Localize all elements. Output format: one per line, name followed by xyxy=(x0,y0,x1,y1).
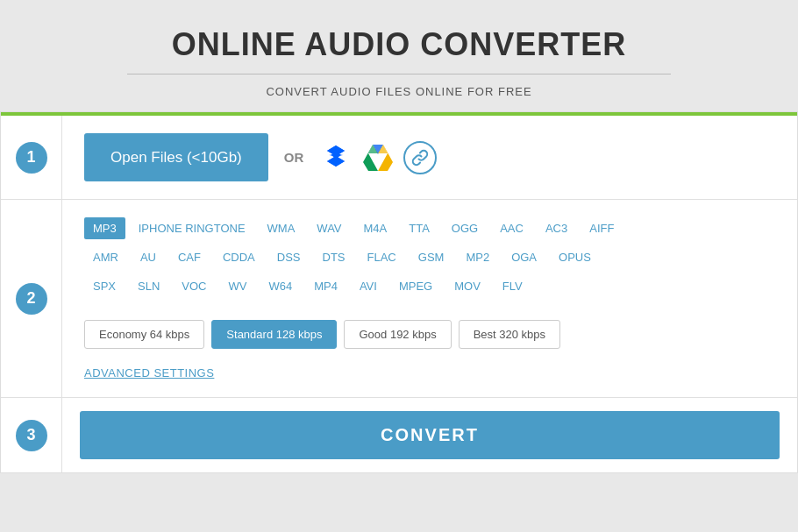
format-caf[interactable]: CAF xyxy=(169,246,210,268)
format-tta[interactable]: TTA xyxy=(400,217,438,239)
step2-circle: 2 xyxy=(16,283,47,315)
convert-button[interactable]: CONVERT xyxy=(80,411,780,459)
quality-economy[interactable]: Economy 64 kbps xyxy=(84,320,204,349)
main-container: 1 Open Files (<10Gb) OR ✦ xyxy=(0,111,798,473)
format-aac[interactable]: AAC xyxy=(491,217,532,239)
quality-options: Economy 64 kbps Standard 128 kbps Good 1… xyxy=(84,320,560,349)
step3-content: CONVERT xyxy=(62,398,797,472)
format-wav[interactable]: WAV xyxy=(308,217,350,239)
format-spx[interactable]: SPX xyxy=(84,275,125,297)
step2-number-container: 2 xyxy=(1,200,62,397)
format-mp2[interactable]: MP2 xyxy=(457,246,498,268)
format-flac[interactable]: FLAC xyxy=(359,246,405,268)
format-dts[interactable]: DTS xyxy=(314,246,354,268)
step1-number-container: 1 xyxy=(1,116,62,199)
step2-row: 2 MP3 IPHONE RINGTONE WMA WAV M4A TTA OG… xyxy=(1,200,797,398)
header-subtitle: CONVERT AUDIO FILES ONLINE FOR FREE xyxy=(18,85,780,98)
url-link-icon[interactable] xyxy=(403,141,437,174)
format-wv[interactable]: WV xyxy=(219,275,255,297)
format-m4a[interactable]: M4A xyxy=(355,217,396,239)
format-mp3[interactable]: MP3 xyxy=(84,217,125,239)
format-au[interactable]: AU xyxy=(132,246,165,268)
format-w64[interactable]: W64 xyxy=(260,275,301,297)
format-mp4[interactable]: MP4 xyxy=(305,275,346,297)
format-avi[interactable]: AVI xyxy=(351,275,386,297)
format-mov[interactable]: MOV xyxy=(445,275,489,297)
google-drive-icon[interactable] xyxy=(361,139,395,176)
quality-standard[interactable]: Standard 128 kbps xyxy=(211,320,337,349)
format-iphone-ringtone[interactable]: IPHONE RINGTONE xyxy=(130,217,254,239)
format-row-1: MP3 IPHONE RINGTONE WMA WAV M4A TTA OGG … xyxy=(84,217,623,239)
or-text: OR xyxy=(284,150,304,165)
step3-number-container: 3 xyxy=(1,398,62,472)
format-dss[interactable]: DSS xyxy=(268,246,310,268)
format-voc[interactable]: VOC xyxy=(173,275,215,297)
format-cdda[interactable]: CDDA xyxy=(214,246,264,268)
cloud-icons-group: ✦ xyxy=(319,139,437,176)
dropbox-icon[interactable]: ✦ xyxy=(319,139,353,176)
format-flv[interactable]: FLV xyxy=(494,275,531,297)
format-wma[interactable]: WMA xyxy=(259,217,304,239)
step1-circle: 1 xyxy=(16,142,47,174)
format-sln[interactable]: SLN xyxy=(129,275,168,297)
format-ac3[interactable]: AC3 xyxy=(537,217,576,239)
format-mpeg[interactable]: MPEG xyxy=(390,275,441,297)
step3-circle: 3 xyxy=(16,420,47,451)
svg-text:✦: ✦ xyxy=(328,145,344,167)
page-title: ONLINE AUDIO CONVERTER xyxy=(18,26,780,63)
format-oga[interactable]: OGA xyxy=(502,246,545,268)
format-amr[interactable]: AMR xyxy=(84,246,127,268)
page-header: ONLINE AUDIO CONVERTER CONVERT AUDIO FIL… xyxy=(0,0,798,111)
format-row-2: AMR AU CAF CDDA DSS DTS FLAC GSM MP2 OGA… xyxy=(84,246,600,268)
step1-row: 1 Open Files (<10Gb) OR ✦ xyxy=(1,116,797,200)
quality-best[interactable]: Best 320 kbps xyxy=(459,320,560,349)
header-divider xyxy=(127,74,671,74)
quality-good[interactable]: Good 192 kbps xyxy=(344,320,451,349)
step1-content: Open Files (<10Gb) OR ✦ xyxy=(62,116,797,199)
advanced-settings-link[interactable]: ADVANCED SETTINGS xyxy=(84,366,214,379)
format-row-3: SPX SLN VOC WV W64 MP4 AVI MPEG MOV FLV xyxy=(84,275,531,297)
step2-content: MP3 IPHONE RINGTONE WMA WAV M4A TTA OGG … xyxy=(62,200,797,397)
open-files-button[interactable]: Open Files (<10Gb) xyxy=(84,133,268,181)
step3-row: 3 CONVERT xyxy=(1,398,797,472)
format-aiff[interactable]: AIFF xyxy=(581,217,623,239)
format-gsm[interactable]: GSM xyxy=(410,246,453,268)
format-ogg[interactable]: OGG xyxy=(443,217,487,239)
format-opus[interactable]: OPUS xyxy=(550,246,600,268)
